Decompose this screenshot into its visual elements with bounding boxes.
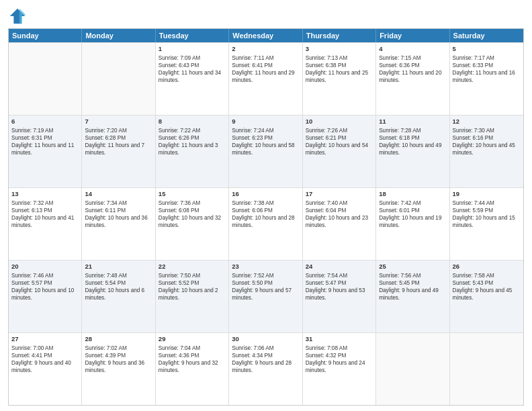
daylight-hours: Daylight: 9 hours and 53 minutes. xyxy=(306,287,365,301)
day-cell-23: 23Sunrise: 7:52 AMSunset: 5:50 PMDayligh… xyxy=(229,261,302,332)
svg-marker-0 xyxy=(10,9,25,24)
daylight-hours: Daylight: 9 hours and 28 minutes. xyxy=(232,360,292,373)
day-cell-31: 31Sunrise: 7:08 AMSunset: 4:32 PMDayligh… xyxy=(303,333,376,405)
sunrise-time: Sunrise: 7:22 AM xyxy=(159,128,200,134)
calendar-row-3: 13Sunrise: 7:32 AMSunset: 6:13 PMDayligh… xyxy=(9,187,523,260)
day-number: 24 xyxy=(306,263,373,271)
sunrise-time: Sunrise: 7:08 AM xyxy=(306,345,347,351)
day-number: 16 xyxy=(232,190,299,199)
day-number: 19 xyxy=(453,190,521,199)
sunrise-time: Sunrise: 7:50 AM xyxy=(159,273,200,279)
day-cell-29: 29Sunrise: 7:04 AMSunset: 4:36 PMDayligh… xyxy=(156,333,229,405)
sunrise-time: Sunrise: 7:42 AM xyxy=(379,200,420,206)
sunset-time: Sunset: 4:41 PM xyxy=(11,353,52,359)
sunrise-time: Sunrise: 7:17 AM xyxy=(453,55,494,61)
sunset-time: Sunset: 5:47 PM xyxy=(306,280,347,286)
day-number: 25 xyxy=(379,263,446,271)
sunset-time: Sunset: 6:21 PM xyxy=(306,135,347,141)
day-cell-14: 14Sunrise: 7:34 AMSunset: 6:11 PMDayligh… xyxy=(82,188,155,260)
day-cell-5: 5Sunrise: 7:17 AMSunset: 6:33 PMDaylight… xyxy=(450,43,523,115)
day-number: 5 xyxy=(453,45,521,54)
day-number: 1 xyxy=(159,45,226,54)
header-day-thursday: Thursday xyxy=(303,29,376,42)
day-number: 9 xyxy=(232,118,299,126)
daylight-hours: Daylight: 10 hours and 15 minutes. xyxy=(453,215,515,228)
sunset-time: Sunset: 6:04 PM xyxy=(306,208,347,214)
sunset-time: Sunset: 5:43 PM xyxy=(453,280,494,286)
day-number: 4 xyxy=(379,45,446,54)
daylight-hours: Daylight: 9 hours and 24 minutes. xyxy=(306,360,365,373)
sunrise-time: Sunrise: 7:04 AM xyxy=(159,345,200,351)
calendar-body: 1Sunrise: 7:09 AMSunset: 6:43 PMDaylight… xyxy=(9,42,523,405)
sunset-time: Sunset: 6:01 PM xyxy=(379,208,420,214)
daylight-hours: Daylight: 10 hours and 10 minutes. xyxy=(11,287,74,301)
sunset-time: Sunset: 5:54 PM xyxy=(85,280,126,286)
daylight-hours: Daylight: 11 hours and 11 minutes. xyxy=(11,142,74,156)
sunrise-time: Sunrise: 7:13 AM xyxy=(306,55,347,61)
daylight-hours: Daylight: 9 hours and 36 minutes. xyxy=(85,360,144,373)
day-cell-11: 11Sunrise: 7:28 AMSunset: 6:18 PMDayligh… xyxy=(376,116,449,187)
day-number: 14 xyxy=(85,190,152,199)
logo-icon xyxy=(8,7,27,26)
daylight-hours: Daylight: 10 hours and 41 minutes. xyxy=(11,215,74,228)
sunrise-time: Sunrise: 7:06 AM xyxy=(232,345,273,351)
day-cell-18: 18Sunrise: 7:42 AMSunset: 6:01 PMDayligh… xyxy=(376,188,449,260)
daylight-hours: Daylight: 10 hours and 58 minutes. xyxy=(232,142,294,156)
day-cell-27: 27Sunrise: 7:00 AMSunset: 4:41 PMDayligh… xyxy=(9,333,82,405)
day-number: 28 xyxy=(85,335,152,344)
daylight-hours: Daylight: 11 hours and 25 minutes. xyxy=(306,70,368,83)
daylight-hours: Daylight: 9 hours and 49 minutes. xyxy=(379,287,439,301)
sunrise-time: Sunrise: 7:44 AM xyxy=(453,200,494,206)
day-number: 30 xyxy=(232,335,299,344)
day-cell-2: 2Sunrise: 7:11 AMSunset: 6:41 PMDaylight… xyxy=(229,43,302,115)
sunset-time: Sunset: 6:41 PM xyxy=(232,62,273,68)
sunrise-time: Sunrise: 7:28 AM xyxy=(379,128,420,134)
sunrise-time: Sunrise: 7:34 AM xyxy=(85,200,126,206)
day-cell-16: 16Sunrise: 7:38 AMSunset: 6:06 PMDayligh… xyxy=(229,188,302,260)
logo xyxy=(8,7,30,26)
daylight-hours: Daylight: 10 hours and 23 minutes. xyxy=(306,215,368,228)
daylight-hours: Daylight: 9 hours and 57 minutes. xyxy=(232,287,292,301)
day-number: 18 xyxy=(379,190,446,199)
daylight-hours: Daylight: 11 hours and 29 minutes. xyxy=(232,70,294,83)
sunrise-time: Sunrise: 7:02 AM xyxy=(85,345,126,351)
sunset-time: Sunset: 4:32 PM xyxy=(306,353,347,359)
sunrise-time: Sunrise: 7:48 AM xyxy=(85,273,126,279)
daylight-hours: Daylight: 10 hours and 19 minutes. xyxy=(379,215,441,228)
empty-cell-0-1 xyxy=(82,43,155,115)
empty-cell-0-0 xyxy=(9,43,82,115)
sunset-time: Sunset: 5:52 PM xyxy=(159,280,200,286)
day-number: 7 xyxy=(85,118,152,126)
day-cell-25: 25Sunrise: 7:56 AMSunset: 5:45 PMDayligh… xyxy=(376,261,449,332)
day-cell-24: 24Sunrise: 7:54 AMSunset: 5:47 PMDayligh… xyxy=(303,261,376,332)
sunset-time: Sunset: 6:11 PM xyxy=(85,208,126,214)
day-number: 22 xyxy=(159,263,226,271)
sunrise-time: Sunrise: 7:30 AM xyxy=(453,128,494,134)
daylight-hours: Daylight: 10 hours and 36 minutes. xyxy=(85,215,147,228)
day-cell-9: 9Sunrise: 7:24 AMSunset: 6:23 PMDaylight… xyxy=(229,116,302,187)
day-number: 29 xyxy=(159,335,226,344)
daylight-hours: Daylight: 11 hours and 16 minutes. xyxy=(453,70,515,83)
page: SundayMondayTuesdayWednesdayThursdayFrid… xyxy=(0,0,532,411)
day-cell-12: 12Sunrise: 7:30 AMSunset: 6:16 PMDayligh… xyxy=(450,116,523,187)
day-cell-22: 22Sunrise: 7:50 AMSunset: 5:52 PMDayligh… xyxy=(156,261,229,332)
header-day-wednesday: Wednesday xyxy=(229,29,302,42)
day-cell-7: 7Sunrise: 7:20 AMSunset: 6:28 PMDaylight… xyxy=(82,116,155,187)
day-number: 26 xyxy=(453,263,521,271)
empty-cell-4-5 xyxy=(376,333,449,405)
sunrise-time: Sunrise: 7:15 AM xyxy=(379,55,420,61)
sunset-time: Sunset: 5:57 PM xyxy=(11,280,52,286)
day-number: 17 xyxy=(306,190,373,199)
sunset-time: Sunset: 6:33 PM xyxy=(453,62,494,68)
daylight-hours: Daylight: 9 hours and 45 minutes. xyxy=(453,287,513,301)
sunset-time: Sunset: 5:45 PM xyxy=(379,280,420,286)
sunset-time: Sunset: 6:43 PM xyxy=(159,62,200,68)
daylight-hours: Daylight: 11 hours and 7 minutes. xyxy=(85,142,144,156)
sunrise-time: Sunrise: 7:09 AM xyxy=(159,55,200,61)
daylight-hours: Daylight: 10 hours and 32 minutes. xyxy=(159,215,221,228)
sunset-time: Sunset: 5:50 PM xyxy=(232,280,273,286)
header xyxy=(8,7,524,26)
calendar: SundayMondayTuesdayWednesdayThursdayFrid… xyxy=(8,28,524,406)
empty-cell-4-6 xyxy=(450,333,523,405)
sunset-time: Sunset: 6:28 PM xyxy=(85,135,126,141)
